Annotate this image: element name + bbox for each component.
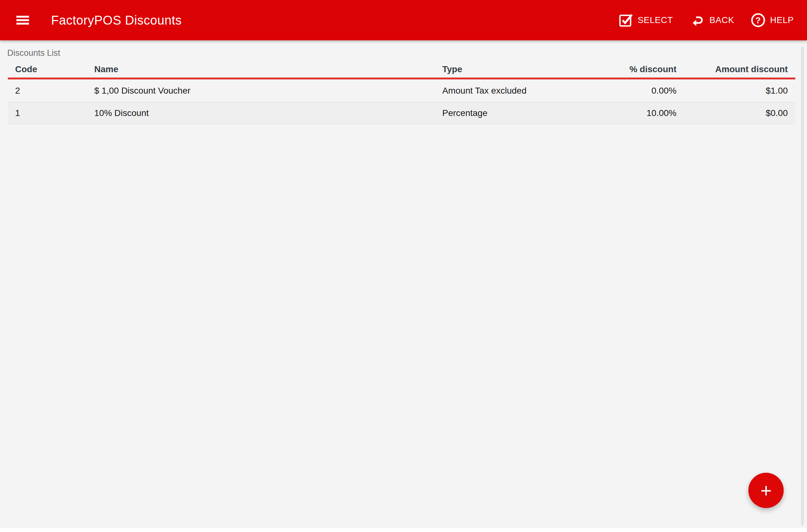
table-header-row: Code Name Type % discount Amount discoun…	[8, 59, 795, 79]
svg-text:?: ?	[755, 16, 761, 25]
cell-pct: 0.00%	[528, 86, 676, 96]
menu-icon[interactable]	[16, 16, 29, 24]
bottom-strip	[0, 528, 807, 532]
section-label: Discounts List	[7, 47, 807, 59]
app-bar: FactoryPOS Discounts SELECT	[0, 0, 807, 40]
select-label: SELECT	[638, 15, 673, 25]
back-label: BACK	[710, 15, 734, 25]
content-area: Discounts List Code Name Type % discount…	[0, 47, 807, 532]
cell-type: Amount Tax excluded	[434, 86, 528, 96]
help-button[interactable]: ? HELP	[750, 12, 794, 28]
cell-code: 1	[8, 108, 87, 118]
select-checkbox-icon	[618, 12, 634, 28]
table-row[interactable]: 1 10% Discount Percentage 10.00% $0.00	[8, 102, 795, 124]
page-title: FactoryPOS Discounts	[51, 13, 182, 27]
column-header-pct: % discount	[528, 64, 676, 74]
cell-code: 2	[8, 86, 87, 96]
screen: FactoryPOS Discounts SELECT	[0, 0, 807, 532]
cell-name: 10% Discount	[87, 108, 434, 118]
cell-amount: $1.00	[676, 86, 788, 96]
column-header-amount: Amount discount	[676, 64, 788, 74]
vertical-scrollbar[interactable]	[801, 46, 804, 526]
add-discount-fab[interactable]: +	[748, 473, 784, 508]
plus-icon: +	[761, 481, 772, 500]
cell-name: $ 1,00 Discount Voucher	[87, 86, 434, 96]
cell-type: Percentage	[434, 108, 528, 118]
cell-pct: 10.00%	[528, 108, 676, 118]
table-row[interactable]: 2 $ 1,00 Discount Voucher Amount Tax exc…	[8, 79, 795, 102]
column-header-code: Code	[8, 64, 87, 74]
cell-amount: $0.00	[676, 108, 788, 118]
help-question-icon: ?	[750, 12, 766, 28]
app-bar-actions: SELECT BACK ? HELP	[618, 12, 807, 28]
column-header-type: Type	[434, 64, 528, 74]
discounts-table: Code Name Type % discount Amount discoun…	[8, 59, 795, 124]
help-label: HELP	[770, 15, 794, 25]
column-header-name: Name	[87, 64, 434, 74]
back-return-arrow-icon	[689, 12, 706, 28]
back-button[interactable]: BACK	[689, 12, 734, 28]
select-button[interactable]: SELECT	[618, 12, 673, 28]
